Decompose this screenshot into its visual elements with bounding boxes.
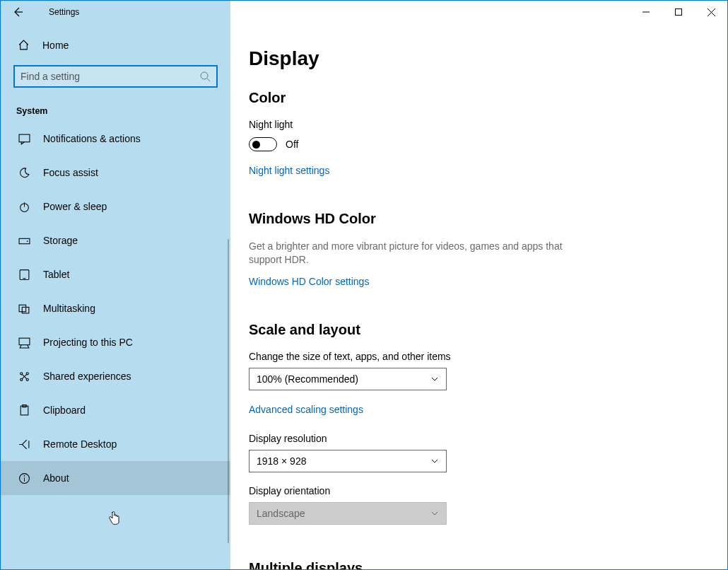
night-light-settings-link[interactable]: Night light settings — [249, 165, 329, 176]
content-area[interactable]: Display Color Night light Off Night ligh… — [230, 23, 727, 569]
sidebar: Home System Notifications & actions Focu… — [1, 23, 230, 569]
sidebar-item-clipboard[interactable]: Clipboard — [1, 393, 230, 427]
home-icon — [18, 39, 30, 51]
back-button[interactable] — [1, 6, 35, 18]
project-icon — [18, 336, 30, 349]
home-label: Home — [42, 40, 69, 51]
night-light-label: Night light — [249, 119, 699, 130]
power-icon — [18, 200, 30, 213]
share-icon — [18, 370, 30, 383]
text-size-dropdown[interactable]: 100% (Recommended) — [249, 368, 447, 390]
resolution-label: Display resolution — [249, 433, 699, 444]
sidebar-item-tablet[interactable]: Tablet — [1, 257, 230, 291]
sidebar-nav: Notifications & actions Focus assist Pow… — [1, 122, 230, 569]
maximize-button[interactable] — [662, 1, 695, 23]
svg-point-10 — [26, 240, 28, 242]
remote-icon — [18, 438, 30, 450]
tablet-icon — [18, 268, 30, 281]
night-light-toggle[interactable] — [249, 137, 277, 151]
sidebar-item-multitasking[interactable]: Multitasking — [1, 291, 230, 325]
sidebar-item-label: Tablet — [43, 269, 69, 280]
svg-point-4 — [201, 72, 208, 79]
maximize-icon — [675, 8, 682, 16]
sidebar-item-power-sleep[interactable]: Power & sleep — [1, 190, 230, 223]
text-size-value: 100% (Recommended) — [257, 373, 358, 385]
section-color-heading: Color — [249, 90, 699, 106]
minimize-icon — [642, 8, 650, 16]
sidebar-item-shared-experiences[interactable]: Shared experiences — [1, 359, 230, 393]
svg-point-24 — [23, 475, 25, 476]
text-size-label: Change the size of text, apps, and other… — [249, 351, 699, 362]
titlebar: Settings — [1, 1, 727, 23]
sidebar-item-label: Projecting to this PC — [43, 337, 133, 348]
svg-line-5 — [207, 78, 210, 81]
advanced-scaling-link[interactable]: Advanced scaling settings — [249, 404, 363, 415]
sidebar-item-projecting[interactable]: Projecting to this PC — [1, 325, 230, 359]
sidebar-item-storage[interactable]: Storage — [1, 223, 230, 257]
chevron-down-icon — [430, 375, 439, 383]
orientation-label: Display orientation — [249, 485, 699, 496]
sidebar-item-label: Power & sleep — [43, 201, 107, 212]
search-input[interactable] — [20, 71, 199, 82]
orientation-dropdown: Landscape — [249, 502, 447, 525]
hdcolor-description: Get a brighter and more vibrant picture … — [249, 240, 581, 267]
sidebar-item-label: Clipboard — [43, 405, 86, 416]
sidebar-item-about[interactable]: About — [1, 461, 230, 495]
sidebar-item-label: Remote Desktop — [43, 438, 117, 450]
sidebar-item-remote-desktop[interactable]: Remote Desktop — [1, 427, 230, 461]
settings-window: Settings Home — [0, 0, 728, 570]
close-icon — [708, 8, 715, 16]
sidebar-item-label: Storage — [43, 235, 78, 246]
sidebar-item-notifications[interactable]: Notifications & actions — [1, 122, 230, 156]
multitask-icon — [18, 302, 30, 315]
resolution-dropdown[interactable]: 1918 × 928 — [249, 450, 447, 472]
resolution-value: 1918 × 928 — [257, 455, 306, 467]
sidebar-item-label: Notifications & actions — [43, 133, 141, 144]
sidebar-item-label: Shared experiences — [43, 371, 131, 382]
info-icon — [18, 472, 30, 484]
minimize-button[interactable] — [630, 1, 662, 23]
svg-rect-6 — [19, 134, 30, 142]
night-light-state: Off — [286, 139, 298, 150]
sidebar-item-label: Multitasking — [43, 303, 95, 314]
close-button[interactable] — [695, 1, 727, 23]
svg-rect-9 — [19, 238, 30, 243]
chevron-down-icon — [430, 457, 439, 465]
message-icon — [18, 132, 30, 145]
back-arrow-icon — [12, 6, 23, 18]
section-hdcolor-heading: Windows HD Color — [249, 211, 699, 227]
clipboard-icon — [18, 404, 30, 417]
hdcolor-settings-link[interactable]: Windows HD Color settings — [249, 276, 369, 287]
sidebar-item-focus-assist[interactable]: Focus assist — [1, 156, 230, 190]
moon-icon — [18, 166, 30, 179]
sidebar-item-label: Focus assist — [43, 167, 98, 178]
sidebar-scrollbar[interactable] — [228, 239, 229, 543]
section-multiple-displays-heading: Multiple displays — [249, 560, 699, 569]
home-button[interactable]: Home — [1, 30, 230, 59]
svg-rect-15 — [19, 338, 30, 345]
sidebar-item-label: About — [43, 472, 69, 484]
section-scale-heading: Scale and layout — [249, 322, 699, 338]
svg-rect-1 — [676, 9, 682, 16]
search-icon — [199, 71, 211, 82]
chevron-down-icon — [430, 509, 439, 518]
orientation-value: Landscape — [257, 508, 305, 519]
app-title: Settings — [35, 7, 79, 17]
search-box[interactable] — [13, 65, 218, 88]
drive-icon — [18, 234, 30, 247]
sidebar-group-label: System — [1, 95, 230, 122]
page-title: Display — [249, 47, 699, 70]
